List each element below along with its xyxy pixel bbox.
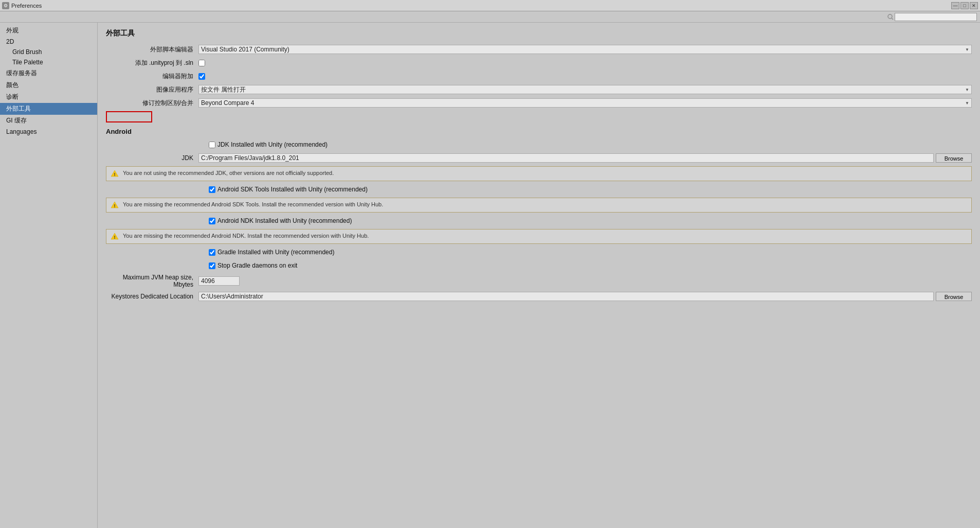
jdk-warning-box: ! You are not using the recommended JDK,… <box>106 166 972 181</box>
svg-text:!: ! <box>114 172 116 177</box>
gradle-installed-label: Gradle Installed with Unity (recommended… <box>217 249 334 256</box>
keystores-row: Keystores Dedicated Location Browse <box>106 291 972 302</box>
search-icon <box>887 14 894 20</box>
android-ndk-warning-icon: ! <box>111 233 119 241</box>
image-application-field: 按文件 属性打开 ▼ <box>198 85 972 94</box>
jdk-installed-checkbox[interactable] <box>209 142 215 148</box>
keystores-browse-button[interactable]: Browse <box>936 292 972 301</box>
revision-control-field: Beyond Compare 4 ▼ <box>198 98 972 108</box>
external-script-editor-dropdown[interactable]: Visual Studio 2017 (Community) ▼ <box>198 45 972 54</box>
svg-point-0 <box>888 14 892 19</box>
image-application-row: 图像应用程序 按文件 属性打开 ▼ <box>106 84 972 95</box>
sidebar-item-languages[interactable]: Languages <box>0 127 97 137</box>
sidebar-item-2d[interactable]: 2D <box>0 37 97 47</box>
title-bar: ⚙ Preferences — □ ✕ <box>0 0 980 11</box>
image-application-value: 按文件 属性打开 <box>201 85 246 94</box>
sidebar-item-colors[interactable]: 颜色 <box>0 79 97 91</box>
jdk-installed-field: JDK Installed with Unity (recommended) <box>209 141 972 148</box>
jdk-warning-text: You are not using the recommended JDK, o… <box>123 169 334 177</box>
content-area: 外部工具 外部脚本编辑器 Visual Studio 2017 (Communi… <box>98 23 980 528</box>
jdk-label: JDK <box>106 154 198 162</box>
minimize-button[interactable]: — <box>951 2 959 9</box>
svg-text:!: ! <box>114 203 116 208</box>
keystores-input[interactable] <box>198 292 934 301</box>
stop-gradle-label: Stop Gradle daemons on exit <box>217 262 297 269</box>
keystores-label: Keystores Dedicated Location <box>106 293 198 300</box>
android-ndk-checkbox[interactable] <box>209 218 215 224</box>
gradle-installed-row: Gradle Installed with Unity (recommended… <box>106 247 972 257</box>
sidebar-item-gi-cache[interactable]: GI 缓存 <box>0 115 97 127</box>
image-application-label: 图像应用程序 <box>106 85 198 94</box>
android-ndk-row: Android NDK Installed with Unity (recomm… <box>106 216 972 226</box>
max-jvm-field <box>198 276 972 286</box>
window-controls: — □ ✕ <box>951 2 978 9</box>
editor-attach-row: 编辑器附加 <box>106 71 972 81</box>
sidebar-item-grid-brush[interactable]: Grid Brush <box>0 47 97 57</box>
android-sdk-field: Android SDK Tools Installed with Unity (… <box>209 186 972 193</box>
image-application-dropdown[interactable]: 按文件 属性打开 ▼ <box>198 85 972 94</box>
android-sdk-checkbox[interactable] <box>209 186 215 193</box>
sidebar-item-external-tools[interactable]: 外部工具 <box>0 103 97 115</box>
editor-attach-checkbox[interactable] <box>198 73 205 80</box>
android-ndk-field: Android NDK Installed with Unity (recomm… <box>209 217 972 224</box>
stop-gradle-checkbox[interactable] <box>209 262 215 269</box>
jdk-installed-row: JDK Installed with Unity (recommended) <box>106 139 972 150</box>
android-sdk-warning-text: You are missing the recommended Android … <box>123 201 383 208</box>
app-icon: ⚙ <box>2 2 9 9</box>
max-jvm-label: Maximum JVM heap size, Mbytes <box>106 274 198 288</box>
revision-control-value: Beyond Compare 4 <box>201 99 254 107</box>
jdk-installed-label: JDK Installed with Unity (recommended) <box>217 141 328 148</box>
external-script-editor-value: Visual Studio 2017 (Community) <box>201 46 289 53</box>
section-title: 外部工具 <box>106 29 972 38</box>
sidebar-item-storage-server[interactable]: 缓存服务器 <box>0 67 97 79</box>
android-section: Android JDK Installed with Unity (recomm… <box>106 128 972 302</box>
sidebar: 外观 2D Grid Brush Tile Palette 缓存服务器 颜色 诊… <box>0 23 98 528</box>
add-unityproj-field <box>198 60 972 66</box>
android-ndk-label: Android NDK Installed with Unity (recomm… <box>217 217 352 224</box>
gradle-installed-checkbox[interactable] <box>209 249 215 256</box>
max-jvm-row: Maximum JVM heap size, Mbytes <box>106 274 972 288</box>
external-script-editor-label: 外部脚本编辑器 <box>106 45 198 54</box>
revision-control-row: 修订控制区别/合并 Beyond Compare 4 ▼ <box>106 98 972 108</box>
svg-line-1 <box>892 18 893 20</box>
svg-text:!: ! <box>114 235 116 240</box>
revision-control-dropdown[interactable]: Beyond Compare 4 ▼ <box>198 98 972 108</box>
add-unityproj-checkbox[interactable] <box>198 60 205 66</box>
search-bar <box>0 11 980 23</box>
sidebar-item-diagnosis[interactable]: 诊断 <box>0 91 97 103</box>
jdk-row: JDK Browse <box>106 153 972 163</box>
jdk-browse-button[interactable]: Browse <box>936 153 972 163</box>
external-script-editor-row: 外部脚本编辑器 Visual Studio 2017 (Community) ▼ <box>106 44 972 55</box>
search-input[interactable] <box>895 13 977 21</box>
jdk-field: Browse <box>198 153 972 163</box>
revision-control-label: 修订控制区别/合并 <box>106 99 198 108</box>
android-sdk-warning-box: ! You are missing the recommended Androi… <box>106 198 972 213</box>
jdk-input[interactable] <box>198 153 934 163</box>
android-ndk-warning-box: ! You are missing the recommended Androi… <box>106 229 972 244</box>
android-sdk-row: Android SDK Tools Installed with Unity (… <box>106 184 972 195</box>
external-script-editor-field: Visual Studio 2017 (Community) ▼ <box>198 45 972 54</box>
android-title: Android <box>106 128 972 135</box>
add-unityproj-label: 添加 .unityproj 到 .sln <box>106 59 198 67</box>
stop-gradle-row: Stop Gradle daemons on exit <box>106 260 972 271</box>
image-application-arrow-icon: ▼ <box>965 87 969 92</box>
android-sdk-warning-icon: ! <box>111 201 119 209</box>
max-jvm-input[interactable] <box>198 276 240 286</box>
editor-attach-field <box>198 73 972 80</box>
jdk-warning-icon: ! <box>111 170 119 178</box>
add-unityproj-row: 添加 .unityproj 到 .sln <box>106 58 972 68</box>
main-layout: 外观 2D Grid Brush Tile Palette 缓存服务器 颜色 诊… <box>0 23 980 528</box>
android-ndk-warning-text: You are missing the recommended Android … <box>123 232 369 240</box>
revision-control-arrow-icon: ▼ <box>965 101 969 105</box>
search-wrapper <box>887 13 977 21</box>
dropdown-arrow-icon: ▼ <box>965 47 969 52</box>
close-button[interactable]: ✕ <box>970 2 978 9</box>
red-border-box <box>106 111 152 122</box>
gradle-installed-field: Gradle Installed with Unity (recommended… <box>209 249 972 256</box>
editor-attach-label: 编辑器附加 <box>106 72 198 81</box>
android-sdk-label: Android SDK Tools Installed with Unity (… <box>217 186 368 193</box>
sidebar-item-waiguan[interactable]: 外观 <box>0 25 97 37</box>
sidebar-item-tile-palette[interactable]: Tile Palette <box>0 57 97 67</box>
window-title: Preferences <box>11 3 42 9</box>
maximize-button[interactable]: □ <box>960 2 969 9</box>
